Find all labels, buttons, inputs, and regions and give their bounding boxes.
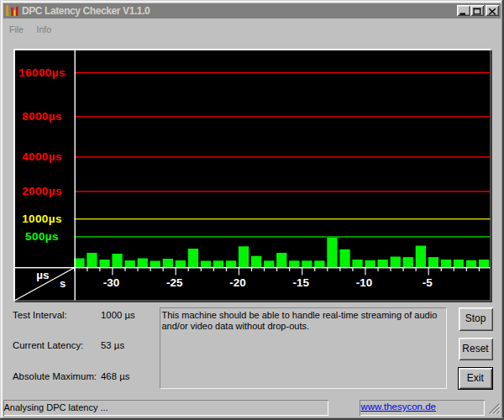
svg-text:1000µs: 1000µs [22, 213, 62, 225]
svg-text:-20: -20 [229, 276, 246, 289]
svg-text:500µs: 500µs [25, 230, 59, 243]
svg-text:2000µs: 2000µs [22, 185, 62, 197]
svg-text:s: s [60, 277, 66, 290]
svg-text:-25: -25 [166, 276, 183, 289]
svg-text:-5: -5 [423, 276, 433, 289]
svg-text:-10: -10 [356, 276, 373, 289]
svg-text:-15: -15 [292, 276, 309, 289]
svg-text:4000µs: 4000µs [22, 150, 62, 163]
svg-text:16000µs: 16000µs [18, 66, 66, 79]
svg-text:µs: µs [36, 269, 49, 281]
svg-text:-30: -30 [103, 276, 120, 289]
svg-text:8000µs: 8000µs [22, 110, 62, 123]
